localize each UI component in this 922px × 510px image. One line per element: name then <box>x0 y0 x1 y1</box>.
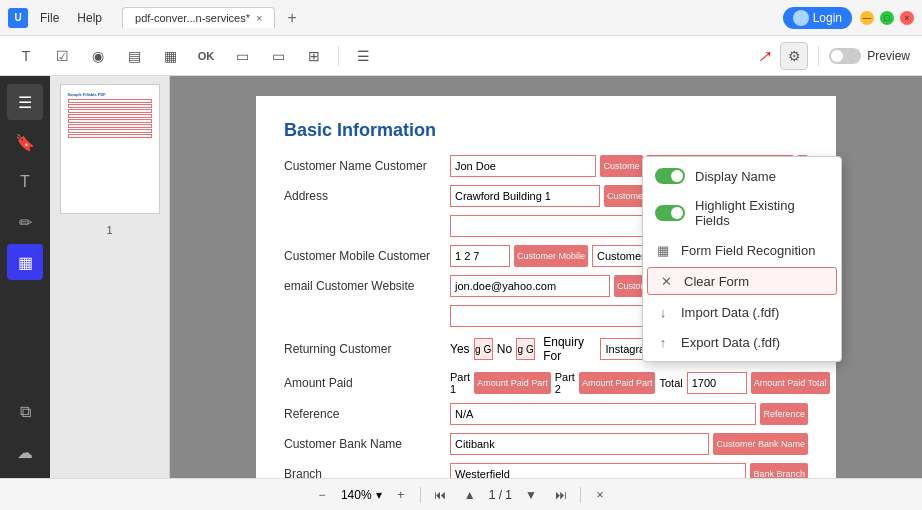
close-button[interactable]: × <box>900 11 914 25</box>
sidebar-edit[interactable]: ✏ <box>7 204 43 240</box>
display-name-toggle[interactable] <box>655 168 685 184</box>
no-label: No <box>497 342 512 356</box>
display-name-label: Display Name <box>695 169 776 184</box>
page-title: Basic Information <box>284 120 808 141</box>
toggle-knob <box>671 170 683 182</box>
address-input[interactable]: Crawford Building 1 <box>450 185 600 207</box>
menu-help[interactable]: Help <box>69 9 110 27</box>
highlight-fields-label: Highlight Existing Fields <box>695 198 829 228</box>
shape-tool[interactable]: ▭ <box>264 42 292 70</box>
nav-prev-button[interactable]: ▲ <box>459 484 481 506</box>
import-icon: ↓ <box>655 304 671 320</box>
thumbnail-image: Sample Fillable PDF <box>65 89 155 209</box>
amount-part2-tag: Amount Paid Part <box>579 372 656 394</box>
customer-name-input[interactable]: Jon Doe <box>450 155 596 177</box>
zoom-plus-button[interactable]: + <box>390 484 412 506</box>
list-tool[interactable]: ▤ <box>120 42 148 70</box>
highlight-arrow: → <box>749 38 783 72</box>
field-amount: Part 1 Amount Paid Part Part 2 Amount Pa… <box>450 371 830 395</box>
menu-clear-form[interactable]: ✕ Clear Form <box>647 267 837 295</box>
checkbox-tool[interactable]: ☑ <box>48 42 76 70</box>
email-input[interactable]: jon.doe@yahoo.com <box>450 275 610 297</box>
part2-label: Part 2 <box>555 371 575 395</box>
page-number-label: 1 <box>106 224 112 236</box>
import-label: Import Data (.fdf) <box>681 305 779 320</box>
bottom-divider2 <box>580 487 581 503</box>
export-icon: ↑ <box>655 334 671 350</box>
mobile-tag: Customer Mobile <box>514 245 588 267</box>
bottom-bar: − 140% ▾ + ⏮ ▲ 1 / 1 ▼ ⏭ × <box>0 478 922 510</box>
sidebar-text[interactable]: T <box>7 164 43 200</box>
menu-import-data[interactable]: ↓ Import Data (.fdf) <box>643 297 841 327</box>
toolbar: T ☑ ◉ ▤ ▦ OK ▭ ▭ ⊞ ☰ → ⚙ Preview <box>0 36 922 76</box>
export-label: Export Data (.fdf) <box>681 335 780 350</box>
total-label: Total <box>659 377 682 389</box>
document-tab[interactable]: pdf-conver...n-services* × <box>122 7 275 28</box>
sidebar-layers[interactable]: ⧉ <box>7 394 43 430</box>
sidebar-forms[interactable]: ▦ <box>7 244 43 280</box>
menu-display-name[interactable]: Display Name <box>643 161 841 191</box>
clear-form-label: Clear Form <box>684 274 749 289</box>
close-view-button[interactable]: × <box>589 484 611 506</box>
sidebar-home[interactable]: ☰ <box>7 84 43 120</box>
text-tool[interactable]: T <box>12 42 40 70</box>
dropdown-menu: Display Name Highlight Existing Fields ▦… <box>642 156 842 362</box>
form-row-bank: Customer Bank Name Citibank Customer Ban… <box>284 433 808 455</box>
preview-toggle[interactable]: Preview <box>829 48 910 64</box>
tab-close-button[interactable]: × <box>256 12 262 24</box>
thumbnail-panel: Sample Fillable PDF 1 <box>50 76 170 478</box>
ok-tool[interactable]: OK <box>192 42 220 70</box>
menu-tool[interactable]: ☰ <box>349 42 377 70</box>
sidebar-bookmark[interactable]: 🔖 <box>7 124 43 160</box>
bottom-divider <box>420 487 421 503</box>
nav-last-button[interactable]: ⏭ <box>550 484 572 506</box>
sidebar: ☰ 🔖 T ✏ ▦ ⧉ ☁ <box>0 76 50 478</box>
form-row-reference: Reference N/A Reference <box>284 403 808 425</box>
radio-tool[interactable]: ◉ <box>84 42 112 70</box>
nav-first-button[interactable]: ⏮ <box>429 484 451 506</box>
rect-tool[interactable]: ▭ <box>228 42 256 70</box>
preview-label: Preview <box>867 49 910 63</box>
zoom-minus-button[interactable]: − <box>311 484 333 506</box>
menu-form-field-recognition[interactable]: ▦ Form Field Recognition <box>643 235 841 265</box>
minimize-button[interactable]: — <box>860 11 874 25</box>
title-bar-right: Login — □ × <box>783 7 914 29</box>
branch-input[interactable]: Westerfield <box>450 463 746 478</box>
menu-export-data[interactable]: ↑ Export Data (.fdf) <box>643 327 841 357</box>
amount-total-input[interactable]: 1700 <box>687 372 747 394</box>
yes-radio[interactable]: g G <box>474 338 493 360</box>
content-area: Basic Information Customer Name Customer… <box>170 76 922 478</box>
grid-tool[interactable]: ▦ <box>156 42 184 70</box>
mobile-input[interactable]: 1 2 7 <box>450 245 510 267</box>
reference-tag: Reference <box>760 403 808 425</box>
tab-label: pdf-conver...n-services* <box>135 12 250 24</box>
no-radio[interactable]: g G <box>516 338 535 360</box>
reference-input[interactable]: N/A <box>450 403 756 425</box>
grid2-tool[interactable]: ⊞ <box>300 42 328 70</box>
title-bar: U File Help pdf-conver...n-services* × +… <box>0 0 922 36</box>
toolbar-divider2 <box>818 46 819 66</box>
part1-label: Part 1 <box>450 371 470 395</box>
highlight-fields-toggle[interactable] <box>655 205 685 221</box>
maximize-button[interactable]: □ <box>880 11 894 25</box>
nav-next-button[interactable]: ▼ <box>520 484 542 506</box>
label-bank: Customer Bank Name <box>284 437 444 451</box>
preview-switch[interactable] <box>829 48 861 64</box>
field-reference: N/A Reference <box>450 403 808 425</box>
toggle-knob2 <box>671 207 683 219</box>
toggle-knob <box>831 50 843 62</box>
new-tab-button[interactable]: + <box>279 5 304 31</box>
label-returning: Returning Customer <box>284 342 444 356</box>
gear-button[interactable]: ⚙ <box>780 42 808 70</box>
zoom-dropdown-icon[interactable]: ▾ <box>376 488 382 502</box>
menu-highlight-fields[interactable]: Highlight Existing Fields <box>643 191 841 235</box>
app-logo: U <box>8 8 28 28</box>
bank-name-input[interactable]: Citibank <box>450 433 709 455</box>
page-current: 1 <box>489 488 496 502</box>
field-bank: Citibank Customer Bank Name <box>450 433 808 455</box>
login-button[interactable]: Login <box>783 7 852 29</box>
menu-file[interactable]: File <box>32 9 67 27</box>
sidebar-cloud[interactable]: ☁ <box>7 434 43 470</box>
page-thumbnail[interactable]: Sample Fillable PDF <box>60 84 160 214</box>
main-area: ☰ 🔖 T ✏ ▦ ⧉ ☁ Sample Fillable PDF <box>0 76 922 478</box>
